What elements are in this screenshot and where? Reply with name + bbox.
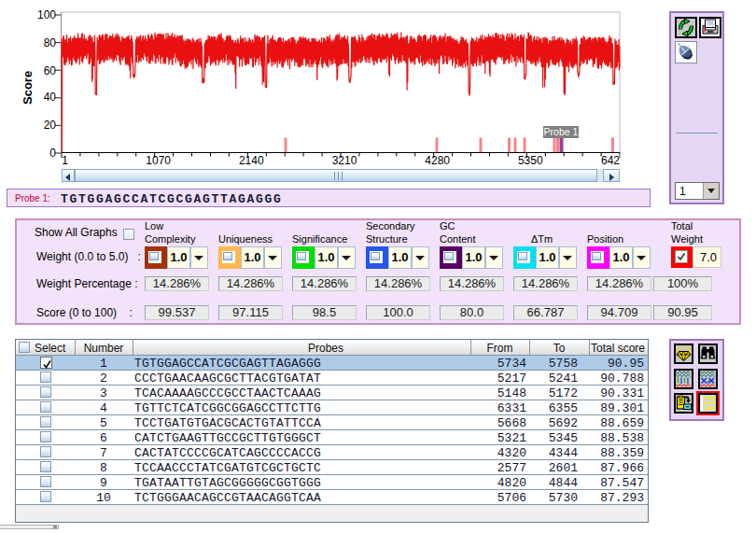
svg-text:100: 100 — [37, 8, 56, 21]
svg-text:40: 40 — [44, 91, 57, 104]
svg-text:3210: 3210 — [332, 154, 357, 167]
svg-text:4280: 4280 — [425, 154, 450, 167]
svg-text:2140: 2140 — [239, 154, 264, 167]
svg-text:1: 1 — [62, 154, 68, 167]
svg-text:60: 60 — [44, 64, 57, 77]
svg-text:80: 80 — [44, 36, 57, 49]
svg-text:20: 20 — [44, 119, 57, 132]
svg-text:5350: 5350 — [518, 154, 543, 167]
svg-text:1070: 1070 — [146, 154, 171, 167]
svg-text:0: 0 — [49, 147, 56, 160]
